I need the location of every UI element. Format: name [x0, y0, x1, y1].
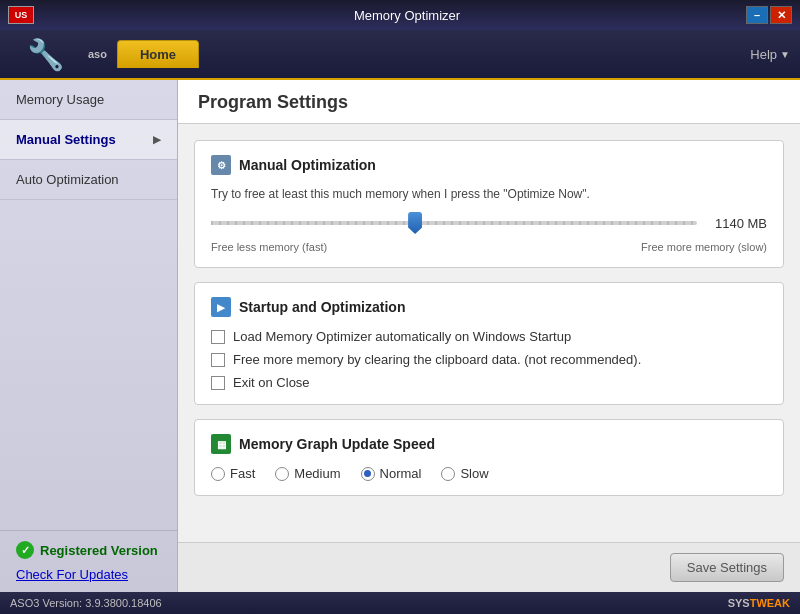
- page-title: Program Settings: [178, 80, 800, 124]
- manual-opt-icon: ⚙: [211, 155, 231, 175]
- sidebar-bottom: ✓ Registered Version Check For Updates: [0, 530, 177, 592]
- slider-dots: [211, 221, 697, 225]
- registered-icon: ✓: [16, 541, 34, 559]
- checkbox-row-0: Load Memory Optimizer automatically on W…: [211, 329, 767, 344]
- registered-badge: ✓ Registered Version: [16, 541, 161, 559]
- graph-icon: ▦: [211, 434, 231, 454]
- sidebar-item-memory-usage[interactable]: Memory Usage: [0, 80, 177, 120]
- checkbox-label-1: Free more memory by clearing the clipboa…: [233, 352, 641, 367]
- brand-label: aso: [88, 48, 107, 60]
- flag-icon: US: [8, 6, 34, 24]
- sys-label: SYS: [728, 597, 750, 609]
- nav-bar: 🔧 aso Home Help ▼: [0, 30, 800, 80]
- radio-normal-label: Normal: [380, 466, 422, 481]
- radio-fast-circle: [211, 467, 225, 481]
- slider-labels: Free less memory (fast) Free more memory…: [211, 241, 767, 253]
- slider-thumb[interactable]: [408, 212, 422, 234]
- radio-fast-label: Fast: [230, 466, 255, 481]
- version-text: ASO3 Version: 3.9.3800.18406: [10, 597, 162, 609]
- check-updates-link[interactable]: Check For Updates: [16, 567, 128, 582]
- startup-title: ▶ Startup and Optimization: [211, 297, 767, 317]
- close-button[interactable]: ✕: [770, 6, 792, 24]
- checkbox-label-2: Exit on Close: [233, 375, 310, 390]
- registered-label: Registered Version: [40, 543, 158, 558]
- sidebar: Memory Usage Manual Settings ▶ Auto Opti…: [0, 80, 178, 592]
- minimize-button[interactable]: –: [746, 6, 768, 24]
- radio-normal[interactable]: Normal: [361, 466, 422, 481]
- radio-medium-label: Medium: [294, 466, 340, 481]
- slider-track: [211, 221, 697, 225]
- graph-section: ▦ Memory Graph Update Speed Fast Medium …: [194, 419, 784, 496]
- radio-medium[interactable]: Medium: [275, 466, 340, 481]
- checkbox-row-2: Exit on Close: [211, 375, 767, 390]
- status-bar: ASO3 Version: 3.9.3800.18406 SYSTWEAK: [0, 592, 800, 614]
- title-bar: US Memory Optimizer – ✕: [0, 0, 800, 30]
- app-logo: 🔧: [10, 32, 80, 76]
- slider-value: 1140 MB: [707, 216, 767, 231]
- checkbox-row-1: Free more memory by clearing the clipboa…: [211, 352, 767, 367]
- nav-tabs: Home: [117, 40, 199, 68]
- content-area: Program Settings ⚙ Manual Optimization T…: [178, 80, 800, 592]
- tweak-label: TWEAK: [750, 597, 790, 609]
- checkbox-clipboard[interactable]: [211, 353, 225, 367]
- radio-medium-circle: [275, 467, 289, 481]
- sidebar-arrow-icon: ▶: [153, 134, 161, 145]
- systweak-logo: SYSTWEAK: [728, 597, 790, 609]
- memory-slider[interactable]: [211, 213, 697, 233]
- save-bar: Save Settings: [178, 542, 800, 592]
- manual-optimization-title: ⚙ Manual Optimization: [211, 155, 767, 175]
- radio-row: Fast Medium Normal Slow: [211, 466, 767, 481]
- checkbox-autoload[interactable]: [211, 330, 225, 344]
- startup-section: ▶ Startup and Optimization Load Memory O…: [194, 282, 784, 405]
- content-body: ⚙ Manual Optimization Try to free at lea…: [178, 124, 800, 542]
- slider-row: 1140 MB: [211, 213, 767, 233]
- radio-normal-circle: [361, 467, 375, 481]
- tab-home[interactable]: Home: [117, 40, 199, 68]
- graph-title: ▦ Memory Graph Update Speed: [211, 434, 767, 454]
- help-button[interactable]: Help ▼: [750, 47, 790, 62]
- sidebar-item-manual-settings[interactable]: Manual Settings ▶: [0, 120, 177, 160]
- help-arrow-icon: ▼: [780, 49, 790, 60]
- main-layout: Memory Usage Manual Settings ▶ Auto Opti…: [0, 80, 800, 592]
- radio-slow-circle: [441, 467, 455, 481]
- radio-slow[interactable]: Slow: [441, 466, 488, 481]
- slider-label-right: Free more memory (slow): [641, 241, 767, 253]
- manual-optimization-section: ⚙ Manual Optimization Try to free at lea…: [194, 140, 784, 268]
- radio-fast[interactable]: Fast: [211, 466, 255, 481]
- slider-label-left: Free less memory (fast): [211, 241, 327, 253]
- radio-slow-label: Slow: [460, 466, 488, 481]
- checkbox-exit-close[interactable]: [211, 376, 225, 390]
- save-settings-button[interactable]: Save Settings: [670, 553, 784, 582]
- startup-icon: ▶: [211, 297, 231, 317]
- slider-description: Try to free at least this much memory wh…: [211, 187, 767, 201]
- sidebar-item-auto-optimization[interactable]: Auto Optimization: [0, 160, 177, 200]
- window-title: Memory Optimizer: [68, 8, 746, 23]
- checkbox-label-0: Load Memory Optimizer automatically on W…: [233, 329, 571, 344]
- window-controls: – ✕: [746, 6, 792, 24]
